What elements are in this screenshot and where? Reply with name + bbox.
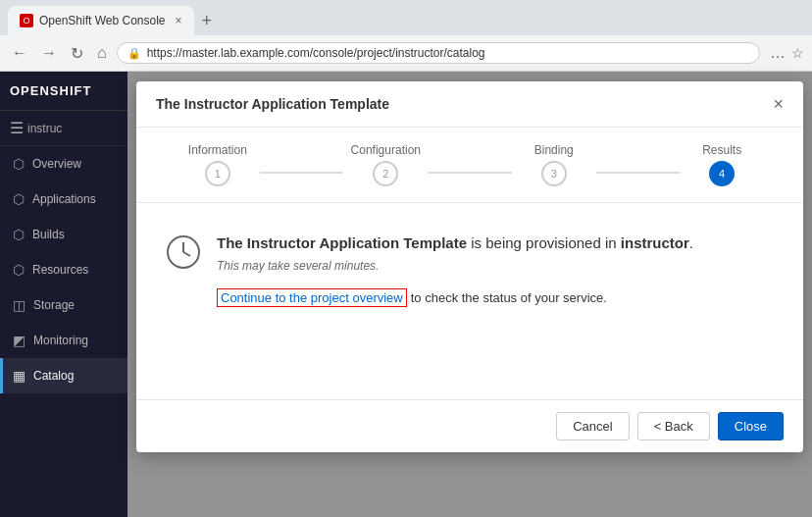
sidebar-item-label: Overview [32, 157, 81, 171]
project-overview-link[interactable]: Continue to the project overview [217, 288, 407, 307]
browser-menu-button[interactable]: … [770, 44, 786, 62]
result-subtext: This may take several minutes. [217, 259, 693, 273]
clock-icon [166, 234, 201, 270]
main-layout: OPENSHIFT ☰ instruc ⬡ Overview ⬡ Applica… [0, 72, 812, 517]
sidebar-item-catalog[interactable]: ▦ Catalog [0, 358, 127, 393]
sidebar-item-resources[interactable]: ⬡ Resources [0, 252, 127, 287]
step-circle-information: 1 [205, 161, 230, 186]
sidebar-item-label: Resources [32, 263, 88, 277]
applications-icon: ⬡ [13, 191, 25, 207]
storage-icon: ◫ [13, 297, 25, 313]
sidebar-project: ☰ instruc [0, 111, 127, 146]
sidebar-item-applications[interactable]: ⬡ Applications [0, 181, 127, 217]
tab-close-btn[interactable]: × [176, 14, 182, 27]
back-button[interactable]: ← [8, 42, 31, 64]
result-link-row: Continue to the project overview to chec… [217, 288, 693, 307]
modal-title: The Instructor Application Template [156, 96, 389, 112]
sidebar-item-label: Builds [32, 228, 65, 241]
sidebar-project-label: instruc [27, 122, 62, 135]
tab-bar: O OpenShift Web Console × + [0, 0, 812, 35]
step-line-1 [260, 172, 344, 174]
close-button[interactable]: Close [718, 412, 784, 440]
url-text: https://master.lab.example.com/console/p… [147, 46, 485, 60]
tab-title: OpenShift Web Console [39, 14, 166, 27]
modal-close-button[interactable]: × [773, 95, 784, 113]
sidebar-item-label: Monitoring [33, 334, 88, 347]
modal-dialog: The Instructor Application Template × In… [136, 81, 803, 452]
modal-body: The Instructor Application Template is b… [136, 203, 803, 399]
cancel-button[interactable]: Cancel [556, 412, 629, 440]
modal-header: The Instructor Application Template × [136, 81, 803, 128]
sidebar: OPENSHIFT ☰ instruc ⬡ Overview ⬡ Applica… [0, 72, 127, 517]
url-box[interactable]: 🔒 https://master.lab.example.com/console… [117, 42, 760, 64]
forward-button[interactable]: → [37, 42, 61, 64]
sidebar-item-overview[interactable]: ⬡ Overview [0, 146, 127, 181]
bookmark-button[interactable]: ☆ [791, 45, 804, 61]
step-label-configuration: Configuration [351, 143, 421, 157]
modal-footer: Cancel < Back Close [136, 399, 803, 452]
result-heading: The Instructor Application Template is b… [217, 233, 693, 255]
catalog-icon: ▦ [13, 368, 25, 384]
content-area: The Instructor Application Template × In… [127, 72, 812, 517]
resources-icon: ⬡ [13, 262, 25, 278]
sidebar-brand: OPENSHIFT [0, 72, 127, 111]
active-tab[interactable]: O OpenShift Web Console × [8, 6, 194, 35]
step-circle-configuration: 2 [373, 161, 398, 186]
sidebar-menu-button[interactable]: ☰ [10, 119, 24, 137]
builds-icon: ⬡ [13, 227, 25, 242]
template-name: The Instructor Application Template [217, 234, 467, 251]
reload-button[interactable]: ↻ [67, 42, 87, 65]
step-label-information: Information [188, 143, 247, 157]
step-line-3 [596, 172, 681, 174]
back-button[interactable]: < Back [637, 412, 710, 440]
stepper: Information 1 Configuration 2 [136, 128, 803, 203]
sidebar-item-storage[interactable]: ◫ Storage [0, 287, 127, 323]
project-name: instructor [621, 234, 689, 251]
address-bar: ← → ↻ ⌂ 🔒 https://master.lab.example.com… [0, 35, 812, 71]
lock-icon: 🔒 [127, 47, 141, 60]
step-label-results: Results [702, 143, 741, 157]
new-tab-button[interactable]: + [194, 11, 221, 31]
sidebar-item-builds[interactable]: ⬡ Builds [0, 217, 127, 252]
result-text: The Instructor Application Template is b… [217, 233, 693, 307]
tab-favicon: O [20, 14, 33, 27]
sidebar-item-monitoring[interactable]: ◩ Monitoring [0, 323, 127, 358]
step-results: Results 4 [680, 143, 764, 186]
step-binding: Binding 3 [512, 143, 596, 186]
sidebar-item-label: Catalog [33, 369, 74, 383]
sidebar-item-label: Storage [33, 298, 75, 312]
step-line-2 [428, 172, 512, 174]
step-circle-binding: 3 [541, 161, 567, 186]
overview-icon: ⬡ [13, 156, 25, 172]
step-information: Information 1 [176, 143, 260, 186]
step-label-binding: Binding [534, 143, 574, 157]
sidebar-item-label: Applications [32, 192, 96, 206]
monitoring-icon: ◩ [13, 333, 25, 348]
home-button[interactable]: ⌂ [93, 42, 111, 64]
step-configuration: Configuration 2 [343, 143, 428, 186]
browser-chrome: O OpenShift Web Console × + ← → ↻ ⌂ 🔒 ht… [0, 0, 812, 72]
step-circle-results: 4 [709, 161, 735, 186]
link-suffix: to check the status of your service. [411, 290, 607, 305]
modal-overlay: The Instructor Application Template × In… [127, 72, 812, 517]
result-section: The Instructor Application Template is b… [166, 233, 774, 307]
